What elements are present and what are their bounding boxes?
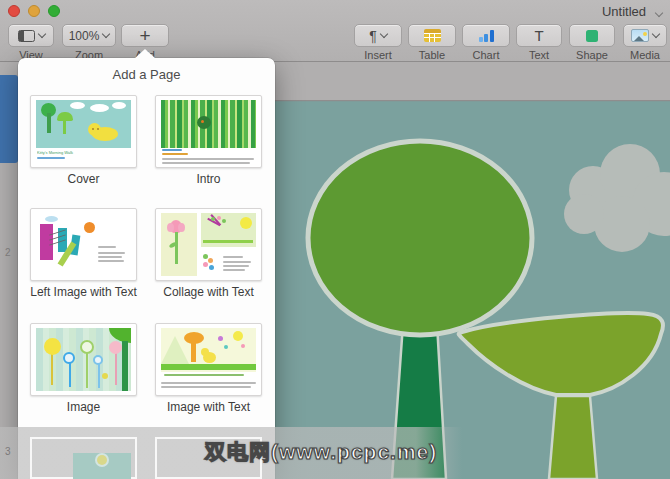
chart-label: Chart bbox=[462, 49, 510, 61]
page-number: 2 bbox=[5, 247, 11, 258]
add-page-button[interactable]: + bbox=[121, 24, 169, 47]
table-button[interactable] bbox=[408, 24, 456, 47]
text-label: Text bbox=[516, 49, 562, 61]
media-label: Media bbox=[623, 49, 667, 61]
plus-icon: + bbox=[139, 26, 150, 45]
photo-icon bbox=[631, 29, 649, 42]
popover-arrow bbox=[135, 49, 155, 58]
chart-button[interactable] bbox=[462, 24, 510, 47]
toolbar: Untitled View 100% Zoom + Add Page ¶ bbox=[0, 0, 670, 62]
text-button[interactable]: T bbox=[516, 24, 562, 47]
image-with-text-thumbnail-art bbox=[161, 328, 256, 372]
template-card-collage-with-text[interactable] bbox=[155, 208, 262, 281]
chevron-down-icon bbox=[652, 30, 660, 38]
zoom-value: 100% bbox=[69, 29, 100, 43]
goblet-tree-trunk bbox=[549, 396, 597, 479]
table-grid-icon bbox=[424, 29, 441, 42]
zoom-control[interactable]: 100% bbox=[62, 24, 116, 47]
watermark-text: 双电网(www.pcpc.me) bbox=[205, 438, 437, 466]
page-number: 3 bbox=[5, 446, 11, 457]
left-image-thumbnail-art bbox=[36, 213, 131, 276]
insert-label: Insert bbox=[354, 49, 402, 61]
close-button[interactable] bbox=[8, 5, 20, 17]
template-label: Image with Text bbox=[145, 400, 272, 414]
view-panes-icon bbox=[18, 30, 35, 42]
cover-caption-title: Kitty's Morning Walk bbox=[37, 150, 73, 155]
chevron-down-icon bbox=[102, 30, 110, 38]
collage-thumbnail-art bbox=[161, 213, 256, 276]
pages-app-window: 2 3 Untitled View 100% Zoom + Add P bbox=[0, 0, 670, 479]
shape-button[interactable] bbox=[569, 24, 615, 47]
page-thumbnail-sidebar[interactable] bbox=[0, 62, 18, 479]
template-card-image-with-text[interactable] bbox=[155, 323, 262, 396]
text-icon: T bbox=[534, 28, 543, 43]
template-label: Intro bbox=[145, 172, 272, 186]
media-button[interactable] bbox=[623, 24, 667, 47]
selected-page-highlight[interactable] bbox=[0, 75, 18, 163]
bar-chart-icon bbox=[478, 29, 495, 42]
chevron-down-icon bbox=[380, 30, 388, 38]
template-card-cover[interactable]: Kitty's Morning Walk bbox=[30, 95, 137, 168]
intro-thumbnail-art bbox=[161, 100, 256, 148]
template-label: Cover bbox=[20, 172, 147, 186]
popover-title: Add a Page bbox=[18, 67, 275, 82]
template-label: Left Image with Text bbox=[20, 285, 147, 299]
cover-thumbnail-art bbox=[36, 100, 131, 148]
zoom-window-button[interactable] bbox=[48, 5, 60, 17]
view-button[interactable] bbox=[8, 24, 54, 47]
minimize-button[interactable] bbox=[28, 5, 40, 17]
image-thumbnail-art bbox=[36, 328, 131, 391]
paragraph-icon: ¶ bbox=[369, 29, 377, 43]
chevron-down-icon[interactable] bbox=[655, 9, 663, 17]
table-label: Table bbox=[408, 49, 456, 61]
insert-button[interactable]: ¶ bbox=[354, 24, 402, 47]
shape-label: Shape bbox=[569, 49, 615, 61]
template-label: Collage with Text bbox=[145, 285, 272, 299]
template-card-intro[interactable] bbox=[155, 95, 262, 168]
template-card-image[interactable] bbox=[30, 323, 137, 396]
template-label: Image bbox=[20, 400, 147, 414]
window-title: Untitled bbox=[602, 4, 646, 19]
template-card-partial[interactable] bbox=[30, 437, 137, 479]
green-square-icon bbox=[586, 30, 598, 42]
chevron-down-icon bbox=[37, 30, 45, 38]
template-card-left-image-with-text[interactable] bbox=[30, 208, 137, 281]
add-a-page-popover: Add a Page Kitty's Morning Walk bbox=[18, 58, 275, 479]
tree-crown bbox=[308, 141, 532, 335]
